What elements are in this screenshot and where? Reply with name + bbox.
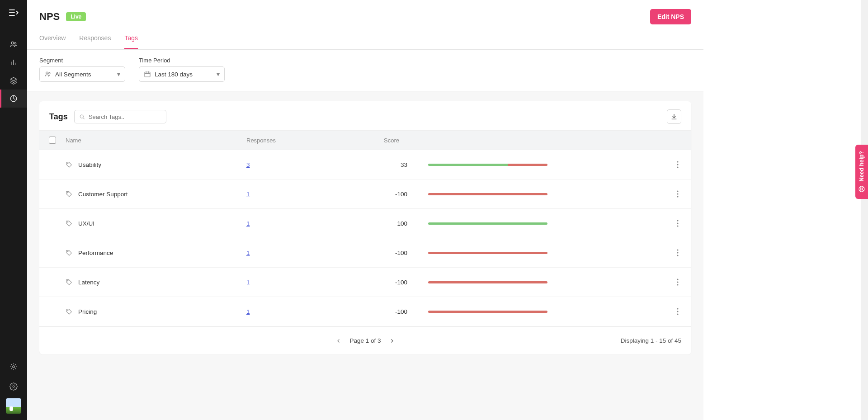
svg-point-42 bbox=[677, 308, 678, 309]
svg-point-3 bbox=[11, 42, 14, 44]
avatar[interactable] bbox=[6, 398, 21, 414]
chevron-down-icon: ▾ bbox=[217, 71, 220, 78]
status-badge: Live bbox=[66, 12, 86, 21]
responses-link[interactable]: 1 bbox=[246, 250, 250, 256]
nav-settings[interactable] bbox=[6, 378, 21, 395]
calendar-icon bbox=[144, 71, 151, 78]
nav-nps[interactable] bbox=[0, 90, 27, 108]
page-prev-button[interactable] bbox=[334, 336, 343, 345]
display-count: Displaying 1 - 15 of 45 bbox=[621, 337, 681, 344]
svg-point-13 bbox=[49, 72, 50, 74]
responses-link[interactable]: 1 bbox=[246, 279, 250, 286]
page-text: Page 1 of 3 bbox=[349, 337, 381, 344]
tag-icon bbox=[66, 190, 73, 198]
section-title: Tags bbox=[49, 112, 68, 122]
download-button[interactable] bbox=[667, 109, 681, 124]
tag-name: Customer Support bbox=[78, 191, 128, 198]
page-next-button[interactable] bbox=[387, 336, 396, 345]
search-icon bbox=[79, 113, 85, 120]
tabs: Overview Responses Tags bbox=[39, 34, 691, 49]
col-score: Score bbox=[384, 137, 629, 144]
svg-point-4 bbox=[14, 42, 16, 44]
tab-responses[interactable]: Responses bbox=[79, 34, 111, 49]
svg-marker-8 bbox=[10, 77, 17, 81]
tag-name: Pricing bbox=[78, 308, 97, 315]
responses-link[interactable]: 1 bbox=[246, 191, 250, 198]
pager: Page 1 of 3 bbox=[334, 336, 396, 345]
svg-point-28 bbox=[677, 196, 678, 197]
select-all-checkbox[interactable] bbox=[49, 137, 56, 144]
nav-layers[interactable] bbox=[0, 71, 27, 90]
svg-point-24 bbox=[677, 166, 678, 168]
svg-point-38 bbox=[677, 278, 678, 280]
responses-link[interactable]: 3 bbox=[246, 161, 250, 168]
edit-nps-button[interactable]: Edit NPS bbox=[650, 9, 691, 24]
chevron-right-icon bbox=[389, 338, 395, 344]
svg-point-11 bbox=[13, 386, 14, 387]
bar-chart-icon bbox=[9, 58, 18, 66]
layers-icon bbox=[9, 76, 18, 85]
search-input[interactable] bbox=[89, 113, 161, 120]
score-value: -100 bbox=[384, 279, 412, 286]
tag-name: Performance bbox=[78, 250, 113, 256]
svg-point-10 bbox=[13, 366, 15, 368]
svg-rect-14 bbox=[145, 72, 150, 77]
table-row: Performance1-100 bbox=[39, 238, 691, 268]
row-menu-button[interactable] bbox=[664, 220, 691, 227]
segment-select[interactable]: All Segments ▾ bbox=[39, 66, 125, 82]
score-value: 33 bbox=[384, 161, 412, 168]
search-wrapper bbox=[74, 110, 166, 123]
row-menu-button[interactable] bbox=[664, 308, 691, 315]
svg-point-29 bbox=[67, 222, 68, 222]
svg-point-21 bbox=[67, 163, 68, 164]
period-label: Time Period bbox=[139, 57, 225, 64]
svg-point-43 bbox=[677, 311, 678, 312]
table-row: Customer Support1-100 bbox=[39, 179, 691, 209]
segment-label: Segment bbox=[39, 57, 125, 64]
row-menu-button[interactable] bbox=[664, 190, 691, 198]
svg-point-36 bbox=[677, 255, 678, 256]
score-bar bbox=[428, 252, 547, 254]
table-row: Usability333 bbox=[39, 150, 691, 179]
row-menu-button[interactable] bbox=[664, 278, 691, 286]
tag-icon bbox=[66, 249, 73, 256]
svg-point-18 bbox=[80, 115, 83, 118]
row-menu-button[interactable] bbox=[664, 161, 691, 168]
main-panel: NPS Live Edit NPS Overview Responses Tag… bbox=[27, 0, 703, 420]
responses-link[interactable]: 1 bbox=[246, 308, 250, 315]
svg-point-25 bbox=[67, 192, 68, 193]
svg-line-19 bbox=[83, 118, 84, 119]
score-value: -100 bbox=[384, 308, 412, 315]
period-value: Last 180 days bbox=[155, 71, 193, 78]
nav-admin[interactable] bbox=[6, 359, 21, 375]
svg-point-37 bbox=[67, 280, 68, 281]
tab-tags[interactable]: Tags bbox=[124, 34, 138, 49]
svg-point-32 bbox=[677, 225, 678, 227]
score-bar bbox=[428, 193, 547, 195]
score-bar bbox=[428, 311, 547, 313]
nav-users[interactable] bbox=[0, 35, 27, 53]
table-row: UX/UI1100 bbox=[39, 209, 691, 238]
users-icon bbox=[9, 40, 18, 48]
score-value: 100 bbox=[384, 220, 412, 227]
gear-icon bbox=[9, 382, 18, 391]
nav-analytics[interactable] bbox=[0, 53, 27, 71]
period-select[interactable]: Last 180 days ▾ bbox=[139, 66, 225, 82]
tag-name: Usability bbox=[78, 161, 101, 168]
chevron-left-icon bbox=[336, 338, 341, 344]
svg-point-22 bbox=[677, 161, 678, 162]
row-menu-button[interactable] bbox=[664, 249, 691, 256]
svg-point-33 bbox=[67, 251, 68, 252]
left-nav-sidebar bbox=[0, 0, 27, 420]
tag-icon bbox=[66, 220, 73, 227]
segment-value: All Segments bbox=[55, 71, 91, 78]
menu-expand-icon bbox=[9, 9, 19, 16]
score-value: -100 bbox=[384, 250, 412, 256]
cog-icon bbox=[9, 363, 18, 371]
sidebar-toggle[interactable] bbox=[9, 9, 19, 16]
responses-link[interactable]: 1 bbox=[246, 220, 250, 227]
score-bar bbox=[428, 281, 547, 283]
tag-icon bbox=[66, 161, 73, 168]
table-row: Latency1-100 bbox=[39, 268, 691, 297]
tab-overview[interactable]: Overview bbox=[39, 34, 66, 49]
